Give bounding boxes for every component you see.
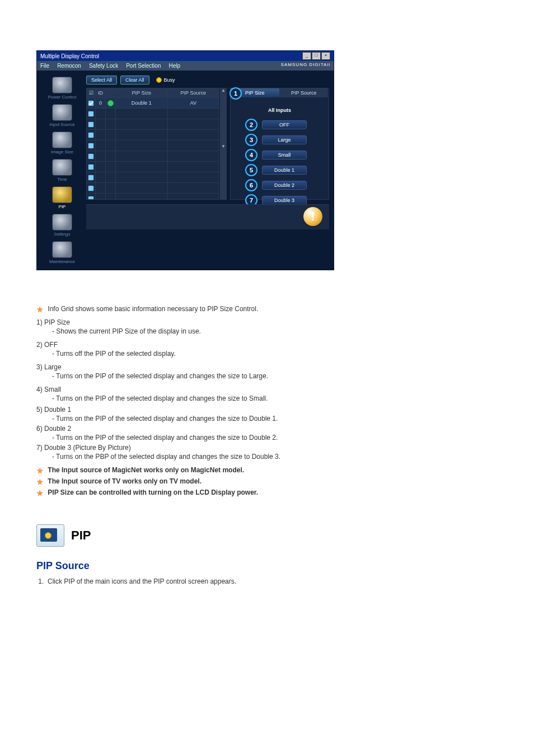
maximize-icon[interactable]: □ xyxy=(312,52,321,60)
callout-3: 3 xyxy=(245,134,257,146)
intro-text: Info Grid shows some basic information n… xyxy=(48,305,258,313)
table-row[interactable] xyxy=(87,162,219,172)
select-all-button[interactable]: Select All xyxy=(86,76,117,84)
item-4: 4) Small - Turns on the PIP of the selec… xyxy=(36,386,498,402)
table-row[interactable] xyxy=(87,194,219,199)
sidebar-item-label: Image Size xyxy=(41,149,83,154)
row-checkbox[interactable] xyxy=(88,196,94,200)
grid-header-pip-source: PIP Source xyxy=(168,89,219,97)
window-title: Multiple Display Control xyxy=(40,53,99,59)
control-panel: 1 PIP Size PIP Source All Inputs 2 OFF xyxy=(230,88,329,200)
busy-indicator-icon xyxy=(156,77,162,83)
sidebar-item-label: Settings xyxy=(41,232,83,237)
callout-1: 1 xyxy=(229,87,242,100)
menu-port-selection[interactable]: Port Selection xyxy=(126,63,161,69)
row-checkbox[interactable] xyxy=(88,121,94,128)
row-checkbox[interactable] xyxy=(88,164,94,170)
clear-all-button[interactable]: Clear All xyxy=(120,76,149,84)
callout-2: 2 xyxy=(245,119,257,131)
row-checkbox[interactable] xyxy=(88,132,94,138)
sidebar-item-pip[interactable]: PIP xyxy=(41,185,83,210)
item-title: Double 1 xyxy=(44,406,71,414)
busy-label: Busy xyxy=(164,77,175,83)
item-number: 5) xyxy=(36,406,43,414)
item-desc: - Shows the current PIP Size of the disp… xyxy=(52,327,498,335)
sidebar-item-input-source[interactable]: Input Source xyxy=(41,103,83,128)
sidebar-item-label: Maintenance xyxy=(41,259,83,264)
step-text: Click PIP of the main icons and the PIP … xyxy=(48,577,236,585)
sidebar-item-label: Time xyxy=(41,177,83,182)
table-row[interactable] xyxy=(87,151,219,162)
scroll-down-icon[interactable]: ▼ xyxy=(220,144,227,200)
item-desc: - Turns on the PIP of the selected displ… xyxy=(52,372,498,380)
section-header: PIP xyxy=(36,524,498,547)
row-checkbox[interactable] xyxy=(88,175,94,181)
menu-help[interactable]: Help xyxy=(168,63,180,69)
grid-header-status xyxy=(106,92,116,94)
close-icon[interactable]: × xyxy=(321,52,330,60)
grid-header-id: ID xyxy=(96,89,106,97)
star-icon xyxy=(36,477,44,486)
table-row[interactable]: 0 Double 1 AV xyxy=(87,98,219,109)
menu-safety-lock[interactable]: Safety Lock xyxy=(89,63,118,69)
table-row[interactable] xyxy=(87,130,219,140)
table-row[interactable] xyxy=(87,140,219,151)
info-grid[interactable]: ☑ ID PIP Size PIP Source 0 xyxy=(86,88,219,200)
small-button[interactable]: Small xyxy=(262,151,307,159)
tab-pip-source[interactable]: PIP Source xyxy=(280,88,329,97)
power-icon xyxy=(52,77,72,93)
large-button[interactable]: Large xyxy=(262,135,307,144)
row-checkbox[interactable] xyxy=(88,143,94,149)
row-checkbox[interactable] xyxy=(88,100,94,106)
pip-icon xyxy=(52,186,72,203)
note-3: PIP Size can be controlled with turning … xyxy=(36,487,498,496)
input-source-icon xyxy=(52,104,72,121)
image-size-icon xyxy=(52,132,72,148)
wrench-icon xyxy=(52,241,72,258)
off-button[interactable]: OFF xyxy=(262,120,307,129)
menu-remocon[interactable]: Remocon xyxy=(57,63,81,69)
item-number: 3) xyxy=(36,363,43,371)
item-number: 2) xyxy=(36,341,43,349)
star-icon xyxy=(36,466,44,475)
row-checkbox[interactable] xyxy=(88,153,94,159)
double3-button[interactable]: Double 3 xyxy=(262,196,307,205)
item-1: 1) PIP Size - Shows the current PIP Size… xyxy=(36,318,498,335)
table-row[interactable] xyxy=(87,183,219,194)
item-desc: - Turns on the PIP of the selected displ… xyxy=(52,395,498,402)
callout-6: 6 xyxy=(245,179,257,191)
subsection-title: PIP Source xyxy=(36,560,498,572)
item-desc: - Turns on the PIP of the selected displ… xyxy=(52,415,498,422)
double1-button[interactable]: Double 1 xyxy=(262,166,307,175)
sidebar-item-power-control[interactable]: Power Control xyxy=(41,76,83,101)
step-1: 1. Click PIP of the main icons and the P… xyxy=(36,577,498,585)
row-checkbox[interactable] xyxy=(88,185,94,191)
clock-icon xyxy=(52,159,72,176)
note-text: PIP Size can be controlled with turning … xyxy=(48,489,258,496)
item-title: OFF xyxy=(44,341,58,349)
item-3: 3) Large - Turns on the PIP of the selec… xyxy=(36,363,498,380)
intro-line: Info Grid shows some basic information n… xyxy=(36,304,498,313)
gear-icon xyxy=(52,214,72,231)
sidebar-item-settings[interactable]: Settings xyxy=(41,213,83,238)
double2-button[interactable]: Double 2 xyxy=(262,181,307,190)
sidebar-item-image-size[interactable]: Image Size xyxy=(41,130,83,156)
menu-file[interactable]: File xyxy=(40,63,49,69)
scroll-up-icon[interactable]: ▲ xyxy=(220,88,227,144)
item-5: 5) Double 1 - Turns on the PIP of the se… xyxy=(36,406,498,422)
item-number: 7) xyxy=(36,444,43,452)
row-checkbox[interactable] xyxy=(88,111,94,117)
grid-header-check[interactable]: ☑ xyxy=(87,89,96,97)
item-title: Large xyxy=(44,363,62,371)
table-row[interactable] xyxy=(87,109,219,119)
sidebar-item-maintenance[interactable]: Maintenance xyxy=(41,240,83,265)
sidebar-item-label: Input Source xyxy=(41,122,83,127)
alert-icon[interactable]: ! xyxy=(303,207,322,226)
sidebar-item-time[interactable]: Time xyxy=(41,158,83,183)
grid-scrollbar[interactable]: ▲ ▼ xyxy=(219,88,227,200)
table-row[interactable] xyxy=(87,172,219,183)
table-row[interactable] xyxy=(87,119,219,130)
row-id: 0 xyxy=(96,98,106,108)
grid-rows: 0 Double 1 AV xyxy=(87,98,219,199)
minimize-icon[interactable]: _ xyxy=(302,52,311,60)
